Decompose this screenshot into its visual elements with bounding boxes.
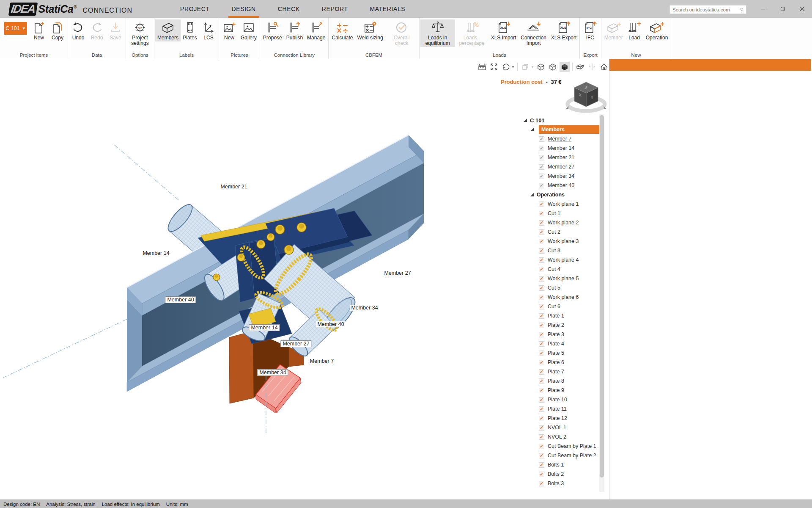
checkbox-icon[interactable]: ✓: [539, 406, 544, 412]
checkbox-icon[interactable]: ✓: [539, 416, 544, 421]
checkbox-icon[interactable]: ✓: [539, 360, 544, 365]
tree-operation-item[interactable]: ✓ Work plane 4: [521, 255, 604, 265]
tree-operations-header[interactable]: Operations: [521, 190, 604, 199]
chevron-down-icon[interactable]: ▼: [531, 65, 534, 69]
search-input[interactable]: [670, 7, 740, 12]
view-wireframe-icon[interactable]: [536, 62, 546, 72]
expand-triangle-icon[interactable]: [530, 193, 534, 196]
view-shaded-icon[interactable]: [548, 62, 558, 72]
close-button[interactable]: [793, 0, 812, 18]
project-item-selector[interactable]: C 101▼: [4, 22, 27, 35]
loads-percentage-button[interactable]: Loads - percentage: [455, 19, 489, 47]
tree-operation-item[interactable]: ✓ Plate 7: [521, 367, 604, 376]
scrollbar-thumb[interactable]: [600, 115, 604, 478]
tree-operation-item[interactable]: ✓ Plate 10: [521, 395, 604, 404]
checkbox-icon[interactable]: ✓: [539, 220, 544, 226]
tree-members-header[interactable]: Members: [521, 125, 604, 134]
tree-operation-item[interactable]: ✓ Plate 1: [521, 311, 604, 320]
checkbox-icon[interactable]: ✓: [539, 257, 544, 263]
checkbox-icon[interactable]: ✓: [539, 313, 544, 319]
checkbox-icon[interactable]: ✓: [539, 183, 544, 188]
tree-operation-item[interactable]: ✓ Cut 4: [521, 265, 604, 274]
xls-import-button[interactable]: XLS XLS Import: [489, 19, 518, 41]
tree-root-item[interactable]: C 101: [521, 116, 604, 125]
tree-operation-item[interactable]: ✓ Bolts 1: [521, 460, 604, 469]
tree-scrollbar[interactable]: [599, 114, 604, 492]
save-button[interactable]: Save: [106, 19, 125, 41]
expand-triangle-icon[interactable]: [524, 119, 527, 122]
checkbox-icon[interactable]: ✓: [539, 267, 544, 272]
checkbox-icon[interactable]: ✓: [539, 285, 544, 291]
menu-tab[interactable]: PROJECT: [169, 0, 221, 18]
checkbox-icon[interactable]: ✓: [539, 211, 544, 216]
connection-import-button[interactable]: Connection Import: [518, 19, 549, 47]
tree-member-item[interactable]: ✓ Member 14: [521, 144, 604, 153]
copy-button[interactable]: Copy: [48, 19, 67, 41]
measure-icon[interactable]: [477, 62, 487, 72]
checkbox-icon[interactable]: ✓: [539, 229, 544, 235]
mirror-rotate-icon[interactable]: [587, 62, 597, 72]
tree-operation-item[interactable]: ✓ Work plane 6: [521, 293, 604, 302]
checkbox-icon[interactable]: ✓: [539, 434, 544, 440]
checkbox-icon[interactable]: ✓: [539, 174, 544, 179]
menu-tab[interactable]: DESIGN: [221, 0, 267, 18]
xls-export-button[interactable]: XLS XLS Export: [549, 19, 579, 41]
tree-operation-item[interactable]: ✓ Cut 3: [521, 246, 604, 255]
checkbox-icon[interactable]: ✓: [539, 388, 544, 393]
propose-button[interactable]: Propose: [261, 19, 284, 41]
tree-member-item[interactable]: ✓ Member 21: [521, 153, 604, 162]
gallery-button[interactable]: Gallery: [239, 19, 259, 41]
tree-operation-item[interactable]: ✓ Plate 11: [521, 404, 604, 414]
maximize-button[interactable]: [773, 0, 793, 18]
tree-operation-item[interactable]: ✓ Cut Beam by Plate 2: [521, 451, 604, 460]
ifc-export-button[interactable]: IFC IFC: [581, 19, 599, 41]
checkbox-icon[interactable]: ✓: [539, 323, 544, 328]
new-operation-button[interactable]: Operation: [644, 19, 670, 41]
view-solid-icon[interactable]: [560, 62, 570, 72]
menu-tab[interactable]: REPORT: [311, 0, 359, 18]
tree-operation-item[interactable]: ✓ Work plane 2: [521, 218, 604, 227]
checkbox-icon[interactable]: ✓: [539, 136, 544, 142]
checkbox-icon[interactable]: ✓: [539, 146, 544, 151]
new-load-button[interactable]: Load: [625, 19, 644, 41]
project-settings-button[interactable]: </> Project settings: [127, 19, 153, 47]
members-header-highlight[interactable]: Members: [539, 125, 601, 134]
home-icon[interactable]: [599, 62, 609, 72]
checkbox-icon[interactable]: ✓: [539, 304, 544, 309]
checkbox-icon[interactable]: ✓: [539, 369, 544, 375]
search-box[interactable]: [669, 5, 746, 14]
tree-operation-item[interactable]: ✓ Plate 4: [521, 339, 604, 348]
weld-sizing-button[interactable]: Weld sizing: [355, 19, 385, 41]
overall-check-button[interactable]: Overall check: [385, 19, 418, 47]
manage-button[interactable]: Manage: [305, 19, 327, 41]
tree-operation-item[interactable]: ✓ Plate 6: [521, 358, 604, 367]
tree-operation-item[interactable]: ✓ Plate 2: [521, 320, 604, 330]
tree-operation-item[interactable]: ✓ Cut 5: [521, 283, 604, 293]
undo-button[interactable]: Undo: [69, 19, 88, 41]
tree-operation-item[interactable]: ✓ Bolts 3: [521, 479, 604, 488]
tree-operation-item[interactable]: ✓ Cut 6: [521, 302, 604, 311]
tree-operation-item[interactable]: ✓ Plate 12: [521, 414, 604, 423]
new-picture-button[interactable]: New: [220, 19, 239, 41]
checkbox-icon[interactable]: ✓: [539, 462, 544, 468]
tree-operation-item[interactable]: ✓ NVOL 1: [521, 423, 604, 432]
tree-operation-item[interactable]: ✓ Work plane 3: [521, 237, 604, 246]
tree-operation-item[interactable]: ✓ Cut 2: [521, 227, 604, 237]
navigation-cube[interactable]: Z X Y: [565, 80, 607, 118]
checkbox-icon[interactable]: ✓: [539, 472, 544, 477]
tree-operation-item[interactable]: ✓ Cut 1: [521, 209, 604, 218]
checkbox-icon[interactable]: ✓: [539, 202, 544, 207]
tree-operation-item[interactable]: ✓ Plate 3: [521, 330, 604, 339]
tree-member-item[interactable]: ✓ Member 7: [521, 134, 604, 144]
connection-3d-scene[interactable]: [0, 59, 609, 500]
checkbox-icon[interactable]: ✓: [539, 351, 544, 356]
zoom-fit-icon[interactable]: [489, 62, 499, 72]
tree-member-item[interactable]: ✓ Member 27: [521, 162, 604, 171]
checkbox-icon[interactable]: ✓: [539, 341, 544, 347]
lcs-labels-button[interactable]: LCS: [199, 19, 218, 41]
tree-operation-item[interactable]: ✓ Bolts 2: [521, 469, 604, 479]
checkbox-icon[interactable]: ✓: [539, 248, 544, 254]
tree-operation-item[interactable]: ✓ Plate 8: [521, 376, 604, 386]
new-member-button[interactable]: Member: [602, 19, 625, 41]
checkbox-icon[interactable]: ✓: [539, 239, 544, 244]
